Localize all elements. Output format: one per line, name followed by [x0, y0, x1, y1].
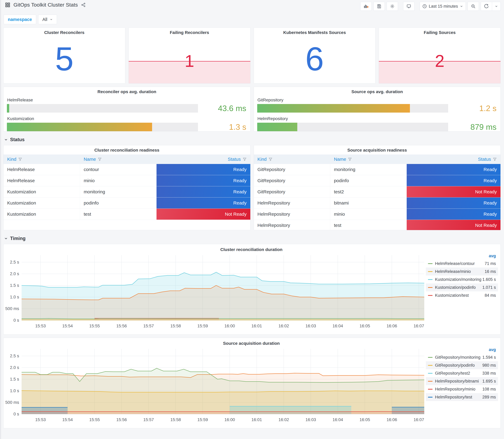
refresh-button[interactable]	[481, 2, 492, 11]
panel-title[interactable]: Cluster reconciliation duration	[5, 245, 498, 252]
tables-row: Cluster reconciliation readiness KindNam…	[3, 145, 501, 230]
legend-item[interactable]: GitRepository/podinfo980 ms	[426, 361, 498, 369]
chart-legend: avgHelmRelease/contour71 msHelmRelease/m…	[426, 253, 498, 330]
svg-text:15:59: 15:59	[197, 324, 208, 328]
svg-text:0 s: 0 s	[13, 318, 19, 323]
table-row: GitRepositorytest2Not Ready	[254, 186, 501, 197]
gauge-value: 879 ms	[448, 122, 497, 132]
legend-avg-header[interactable]: avg	[426, 253, 498, 260]
gauge-track	[7, 104, 198, 113]
cell-kind: HelmRepository	[254, 220, 330, 230]
save-dashboard-button[interactable]	[373, 2, 385, 11]
series-color-dash	[428, 287, 432, 288]
panel-title[interactable]: Reconciler ops avg. duration	[7, 87, 247, 94]
series-avg-value: 84 ms	[485, 293, 496, 298]
cell-name: contour	[80, 164, 157, 175]
time-range-picker[interactable]: Last 15 minutes	[420, 2, 466, 11]
cycle-view-button[interactable]	[403, 2, 415, 11]
column-header-name[interactable]: Name	[80, 155, 157, 164]
gauge-value: 1.3 s	[198, 122, 247, 132]
table-row: HelmReleaseminioReady	[3, 175, 250, 186]
filter-icon	[269, 157, 272, 161]
page-title: GitOps Toolkit Cluster Stats	[13, 2, 78, 8]
panel-title[interactable]: Kubernetes Manifests Sources	[254, 28, 375, 35]
variable-value-dropdown[interactable]: All	[38, 15, 57, 24]
legend-item[interactable]: GitRepository/test2338 ms	[426, 369, 498, 377]
panel-title[interactable]: Source acquisition duration	[5, 339, 498, 346]
svg-text:16:07: 16:07	[414, 417, 424, 422]
cell-name: monitoring	[330, 164, 407, 175]
gauges-row: Reconciler ops avg. duration HelmRelease…	[3, 87, 501, 131]
legend-item[interactable]: Kustomization/monitoring1.605 s	[426, 276, 498, 283]
legend-item[interactable]: GitRepository/monitoring1.594 s	[426, 353, 498, 361]
cell-kind: HelmRelease	[3, 175, 80, 186]
panel-title[interactable]: Source acquisition readiness	[254, 145, 501, 153]
dashboard: GitOps Toolkit Cluster Stats Last 15	[0, 0, 504, 428]
dashboard-settings-button[interactable]	[387, 2, 398, 11]
column-header-kind[interactable]: Kind	[254, 155, 330, 164]
cell-kind: HelmRelease	[3, 164, 80, 175]
svg-text:500 ms: 500 ms	[5, 306, 19, 311]
cell-kind: HelmRepository	[254, 197, 330, 208]
legend-item[interactable]: HelmRepository/minio108 ms	[426, 385, 498, 393]
chart-legend: avgGitRepository/monitoring1.594 sGitRep…	[426, 346, 498, 424]
panel-title[interactable]: Failing Reconcilers	[129, 28, 250, 35]
legend-item[interactable]: Kustomization/podinfo1.071 s	[426, 283, 498, 291]
panel-title[interactable]: Source ops avg. duration	[257, 87, 497, 94]
legend-item[interactable]: Kustomization/test84 ms	[426, 291, 498, 299]
column-header-status[interactable]: Status	[407, 155, 501, 164]
svg-text:16:00: 16:00	[224, 324, 235, 328]
svg-text:2.5 s: 2.5 s	[10, 354, 19, 358]
filter-icon	[348, 157, 352, 161]
column-header-status[interactable]: Status	[157, 155, 250, 164]
svg-text:15:54: 15:54	[62, 417, 73, 422]
cell-kind: Kustomization	[3, 209, 80, 220]
time-range-label: Last 15 minutes	[429, 4, 458, 9]
legend-item[interactable]: HelmRepository/test289 ms	[426, 393, 498, 401]
svg-text:16:00: 16:00	[224, 417, 235, 422]
variable-selected-value: All	[42, 17, 47, 22]
column-header-name[interactable]: Name	[330, 155, 407, 164]
status-badge: Not Ready	[157, 209, 250, 220]
stat-value: 1	[129, 52, 250, 70]
svg-text:2.5 s: 2.5 s	[10, 260, 19, 265]
filter-icon	[98, 157, 102, 161]
share-icon[interactable]	[81, 2, 86, 7]
add-panel-button[interactable]	[360, 2, 372, 11]
svg-text:1.0 s: 1.0 s	[10, 388, 19, 393]
section-header-status[interactable]: Status	[3, 137, 501, 142]
cell-name: test	[330, 220, 407, 230]
time-series-plot[interactable]: 0 s500 ms1.0 s1.5 s2.0 s2.5 s15:5315:541…	[5, 346, 426, 424]
zoom-out-button[interactable]	[467, 2, 479, 11]
series-avg-value: 1.071 s	[482, 285, 496, 290]
panel-title[interactable]: Cluster Reconcilers	[3, 28, 125, 35]
series-color-dash	[428, 357, 432, 358]
stat-panel-failing-reconcilers: Failing Reconcilers 1	[129, 27, 250, 84]
legend-item[interactable]: HelmRelease/minio16 ms	[426, 268, 498, 276]
table-row: KustomizationmonitoringReady	[3, 186, 250, 197]
series-avg-value: 289 ms	[482, 395, 496, 400]
legend-item[interactable]: HelmRelease/contour71 ms	[426, 260, 498, 268]
chart-panel-cluster-reconciliation-duration: Cluster reconciliation duration 0 s500 m…	[3, 244, 501, 335]
panel-title[interactable]: Failing Sources	[379, 28, 501, 35]
refresh-interval-dropdown[interactable]	[492, 2, 501, 11]
legend-avg-header[interactable]: avg	[426, 347, 498, 353]
gauge-track	[257, 123, 448, 131]
column-header-kind[interactable]: Kind	[3, 155, 80, 164]
series-avg-value: 71 ms	[485, 261, 496, 266]
apps-grid-icon[interactable]	[5, 2, 10, 8]
legend-item[interactable]: HelmRepository/bitnami1.695 s	[426, 377, 498, 385]
gauge-row: Kustomization1.3 s	[7, 116, 247, 132]
section-header-timing[interactable]: Timing	[3, 236, 501, 241]
series-name: Kustomization/podinfo	[435, 285, 482, 290]
series-avg-value: 338 ms	[482, 371, 496, 376]
panel-title[interactable]: Cluster reconciliation readiness	[3, 145, 250, 153]
svg-text:16:02: 16:02	[279, 324, 289, 328]
cell-name: podinfo	[80, 197, 157, 208]
section-label: Status	[10, 137, 25, 142]
series-name: GitRepository/test2	[435, 371, 482, 376]
series-color-dash	[428, 263, 432, 264]
variable-label-namespace[interactable]: namespace	[4, 15, 36, 24]
time-series-plot[interactable]: 0 s500 ms1.0 s1.5 s2.0 s2.5 s15:5315:541…	[5, 253, 426, 330]
svg-text:16:06: 16:06	[386, 324, 397, 328]
